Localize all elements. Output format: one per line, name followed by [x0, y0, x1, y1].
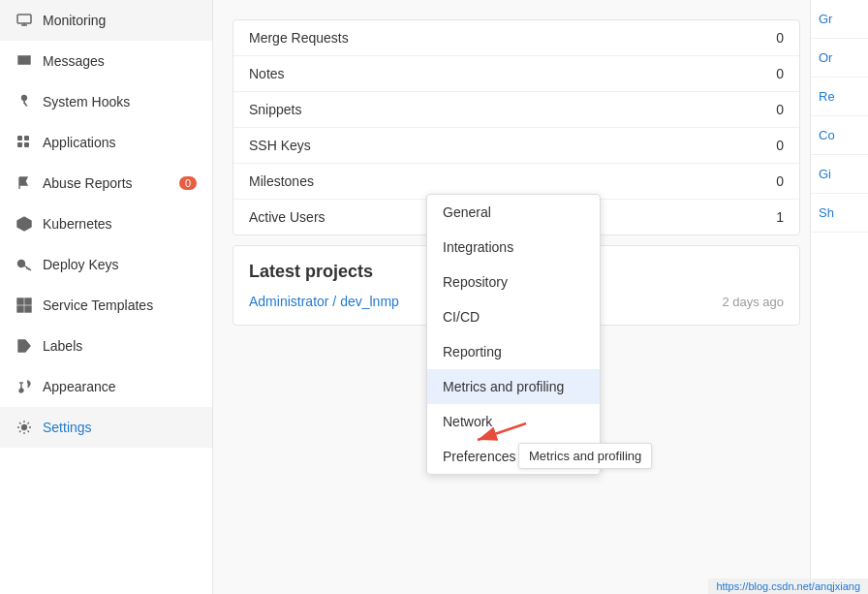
- stat-label: Milestones: [249, 173, 314, 189]
- right-panel-item[interactable]: Gi: [811, 155, 868, 194]
- dropdown-item-metrics[interactable]: Metrics and profiling: [427, 369, 600, 404]
- stat-label: Active Users: [249, 209, 326, 225]
- sidebar-item-label-monitoring: Monitoring: [43, 13, 197, 28]
- svg-rect-7: [24, 142, 29, 147]
- label-icon: [16, 337, 33, 355]
- bottom-bar: https://blog.csdn.net/anqjxiang: [708, 578, 868, 594]
- right-panel-item[interactable]: Or: [811, 39, 868, 78]
- stat-row: Snippets0: [233, 92, 799, 128]
- dropdown-item-integrations[interactable]: Integrations: [427, 230, 600, 265]
- svg-point-20: [20, 345, 22, 347]
- stat-value: 0: [776, 66, 784, 81]
- svg-rect-4: [17, 136, 22, 141]
- apps-icon: [16, 134, 33, 151]
- right-panel-item[interactable]: Gr: [811, 0, 868, 39]
- sidebar-item-label-applications: Applications: [43, 135, 197, 150]
- monitor-icon: [16, 12, 33, 29]
- sidebar-item-labels[interactable]: Labels: [0, 326, 212, 366]
- sidebar-item-label-kubernetes: Kubernetes: [43, 216, 197, 232]
- sidebar-item-deploy-keys[interactable]: Deploy Keys: [0, 244, 212, 285]
- right-panel-item[interactable]: Sh: [811, 194, 868, 233]
- svg-point-3: [22, 96, 27, 101]
- stat-value: 1: [776, 209, 784, 225]
- sidebar: MonitoringMessagesSystem HooksApplicatio…: [0, 0, 213, 594]
- sidebar-item-abuse-reports[interactable]: Abuse Reports0: [0, 163, 212, 203]
- svg-rect-0: [17, 15, 31, 23]
- svg-rect-17: [25, 298, 31, 304]
- dropdown-item-general[interactable]: General: [427, 195, 600, 230]
- sidebar-item-system-hooks[interactable]: System Hooks: [0, 81, 212, 122]
- message-icon: [16, 52, 33, 70]
- svg-rect-6: [17, 142, 22, 147]
- svg-point-12: [18, 261, 25, 267]
- flag-icon: [16, 174, 33, 192]
- stat-label: SSH Keys: [249, 138, 311, 153]
- sidebar-item-service-templates[interactable]: Service Templates: [0, 285, 212, 326]
- project-link[interactable]: Administrator / dev_lnmp: [249, 294, 399, 309]
- cube-icon: [16, 215, 33, 233]
- hook-icon: [16, 93, 33, 110]
- project-time: 2 days ago: [722, 295, 784, 309]
- svg-point-21: [22, 425, 27, 430]
- dropdown-item-reporting[interactable]: Reporting: [427, 334, 600, 369]
- stat-value: 0: [776, 102, 784, 117]
- right-panel-item[interactable]: Co: [811, 116, 868, 155]
- sidebar-item-applications[interactable]: Applications: [0, 122, 212, 163]
- stat-row: SSH Keys0: [233, 128, 799, 164]
- sidebar-item-label-service-templates: Service Templates: [43, 297, 197, 313]
- sidebar-item-monitoring[interactable]: Monitoring: [0, 0, 212, 41]
- stat-value: 0: [776, 173, 784, 189]
- sidebar-item-settings[interactable]: Settings: [0, 407, 212, 448]
- metrics-tooltip: Metrics and profiling: [518, 443, 652, 469]
- sidebar-item-label-labels: Labels: [43, 338, 197, 354]
- sidebar-item-appearance[interactable]: Appearance: [0, 366, 212, 407]
- svg-rect-19: [25, 306, 31, 312]
- stat-row: Merge Requests0: [233, 20, 799, 56]
- sidebar-item-label-abuse-reports: Abuse Reports: [43, 175, 170, 191]
- stat-value: 0: [776, 30, 784, 46]
- sidebar-item-messages[interactable]: Messages: [0, 41, 212, 81]
- stat-label: Snippets: [249, 102, 301, 117]
- right-panel: GrOrReCoGiSh: [810, 0, 868, 594]
- svg-rect-18: [17, 306, 23, 312]
- key-icon: [16, 256, 33, 273]
- svg-line-23: [478, 423, 526, 440]
- sidebar-item-kubernetes[interactable]: Kubernetes: [0, 203, 212, 244]
- right-panel-item[interactable]: Re: [811, 78, 868, 116]
- dropdown-item-repository[interactable]: Repository: [427, 265, 600, 299]
- badge-abuse-reports: 0: [179, 176, 197, 190]
- settings-icon: [16, 419, 33, 436]
- svg-rect-5: [24, 136, 29, 141]
- stat-row: Notes0: [233, 56, 799, 92]
- grid-icon: [16, 297, 33, 314]
- sidebar-item-label-system-hooks: System Hooks: [43, 94, 197, 109]
- sidebar-item-label-deploy-keys: Deploy Keys: [43, 257, 197, 272]
- sidebar-item-label-settings: Settings: [43, 420, 197, 435]
- sidebar-item-label-appearance: Appearance: [43, 379, 197, 394]
- stat-label: Notes: [249, 66, 285, 81]
- svg-rect-16: [17, 298, 23, 304]
- paint-icon: [16, 378, 33, 395]
- stat-value: 0: [776, 138, 784, 153]
- dropdown-item-cicd[interactable]: CI/CD: [427, 299, 600, 334]
- sidebar-item-label-messages: Messages: [43, 53, 197, 69]
- stat-label: Merge Requests: [249, 30, 349, 46]
